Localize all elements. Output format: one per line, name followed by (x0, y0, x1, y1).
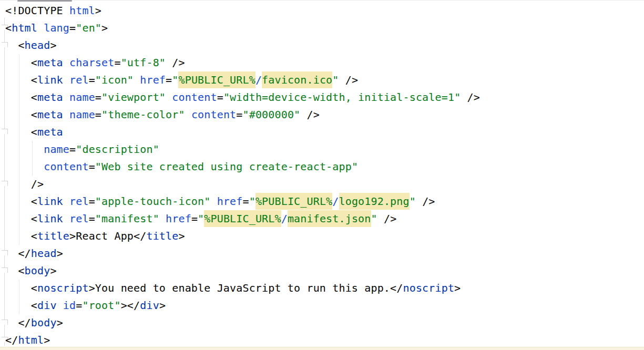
code-token: > (57, 247, 63, 260)
code-token: meta (37, 91, 63, 104)
code-token: noscript (37, 282, 89, 294)
code-token: /> (339, 74, 359, 86)
code-token: "en" (76, 22, 101, 34)
code-token: charset (69, 56, 114, 69)
code-token: lang (44, 22, 69, 34)
code-token: " (198, 212, 204, 225)
code-line[interactable]: </head> (5, 245, 644, 262)
code-token: / (281, 212, 288, 225)
code-line[interactable]: <meta (5, 123, 644, 141)
code-token: " (410, 195, 416, 208)
code-token: manifest.json (288, 210, 371, 227)
code-token: "icon" (95, 74, 134, 86)
code-token: "Web site created using create-react-app… (95, 160, 358, 173)
code-token: /> (377, 212, 397, 225)
code-line[interactable]: <html lang="en"> (5, 19, 644, 37)
code-token: You need to enable JavaScript to run thi… (95, 282, 390, 294)
code-line[interactable]: name="description" (5, 141, 644, 158)
code-token: content (172, 91, 217, 104)
code-token: < (31, 74, 37, 86)
code-line[interactable]: <!DOCTYPE html> (5, 2, 644, 19)
code-token: head (25, 39, 50, 52)
code-token: rel (69, 195, 89, 208)
code-token: = (166, 74, 172, 86)
code-token: = (95, 108, 101, 121)
code-token: meta (37, 108, 63, 121)
code-token: > (50, 264, 56, 277)
code-token: React App (76, 230, 134, 242)
code-line[interactable]: <title>React App</title> (5, 228, 644, 245)
code-line[interactable]: <noscript>You need to enable JavaScript … (5, 280, 644, 297)
code-token (159, 212, 166, 225)
code-token: %PUBLIC_URL% (255, 193, 332, 210)
code-token: < (31, 299, 37, 312)
code-token: body (31, 316, 57, 329)
code-token: > (95, 4, 101, 17)
code-token: < (18, 264, 24, 277)
code-token (63, 108, 69, 121)
code-token (210, 195, 217, 208)
code-line[interactable]: <link rel="apple-touch-icon" href="%PUBL… (5, 193, 644, 210)
code-token: </ (127, 299, 140, 312)
code-token: < (31, 212, 37, 225)
code-token (134, 74, 140, 86)
code-line[interactable]: </body> (5, 314, 644, 332)
code-token: > (50, 39, 56, 52)
code-token (63, 212, 69, 225)
code-line[interactable]: content="Web site created using create-r… (5, 158, 644, 176)
code-token: = (89, 160, 95, 173)
code-token (63, 56, 69, 69)
code-token: favicon.ico (262, 71, 332, 88)
code-token: = (95, 91, 101, 104)
code-editor[interactable]: <!DOCTYPE html><html lang="en"> <head> <… (0, 0, 644, 350)
code-token (57, 299, 63, 312)
horizontal-scrollbar-thumb[interactable] (17, 0, 72, 2)
code-token: noscript (403, 282, 454, 294)
code-line[interactable]: <div id="root"></div> (5, 297, 644, 314)
code-line[interactable]: <meta name="theme-color" content="#00000… (5, 106, 644, 123)
code-token: > (101, 22, 108, 34)
code-token: id (63, 299, 76, 312)
code-token: title (146, 230, 178, 242)
code-line[interactable]: /> (5, 176, 644, 193)
code-token: %PUBLIC_URL% (178, 71, 255, 88)
code-token: "#000000" (243, 108, 301, 121)
code-token: / (332, 195, 339, 208)
code-token: name (44, 143, 69, 156)
code-token: " (249, 195, 255, 208)
code-token: = (69, 143, 76, 156)
code-token: </ (134, 230, 146, 242)
code-token: > (121, 299, 127, 312)
code-line[interactable]: <body> (5, 262, 644, 280)
code-token (37, 22, 44, 34)
code-token: /> (31, 178, 44, 190)
code-line[interactable]: <link rel="icon" href="%PUBLIC_URL%/favi… (5, 71, 644, 89)
code-token: link (37, 74, 63, 86)
code-token: name (69, 91, 95, 104)
code-token: < (31, 195, 37, 208)
code-token: </ (18, 247, 30, 260)
code-line[interactable]: <meta charset="utf-8" /> (5, 54, 644, 71)
code-token: div (140, 299, 159, 312)
code-token: "theme-color" (101, 108, 185, 121)
code-token: = (114, 56, 120, 69)
code-token: < (31, 91, 37, 104)
code-line[interactable]: <head> (5, 37, 644, 54)
code-token: name (69, 108, 95, 121)
code-token: /> (300, 108, 320, 121)
code-token: <!DOCTYPE (5, 4, 69, 17)
code-token: href (140, 74, 166, 86)
code-token (185, 108, 191, 121)
code-token: < (18, 39, 24, 52)
code-line[interactable]: <link rel="manifest" href="%PUBLIC_URL%/… (5, 210, 644, 228)
code-line[interactable]: <meta name="viewport" content="width=dev… (5, 89, 644, 106)
code-token: = (217, 91, 223, 104)
code-lines[interactable]: <!DOCTYPE html><html lang="en"> <head> <… (5, 2, 644, 349)
code-token: </ (5, 334, 18, 346)
code-token: </ (390, 282, 403, 294)
code-token: "manifest" (95, 212, 159, 225)
code-token: "apple-touch-icon" (95, 195, 211, 208)
code-token: /> (461, 91, 480, 104)
code-token: meta (37, 56, 63, 69)
code-token: = (89, 195, 95, 208)
